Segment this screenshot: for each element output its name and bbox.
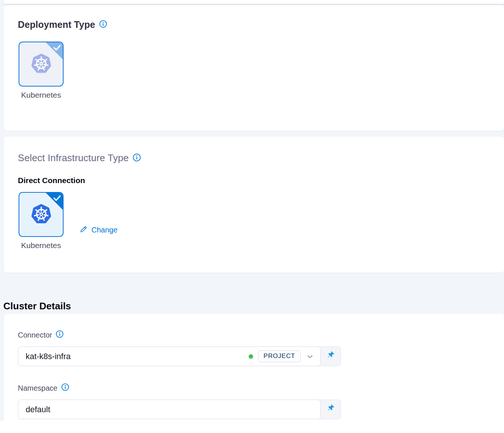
pencil-icon (79, 225, 88, 235)
infrastructure-title: Select Infrastructure Type (18, 152, 129, 164)
chevron-down-icon[interactable] (306, 352, 314, 361)
namespace-label: Namespace (18, 384, 58, 393)
kubernetes-tile[interactable] (19, 42, 64, 87)
scope-badge: PROJECT (258, 350, 301, 362)
namespace-label-row: Namespace (18, 383, 341, 393)
info-icon[interactable] (56, 330, 64, 340)
infrastructure-header: Select Infrastructure Type (18, 152, 504, 164)
bottom-bar (0, 421, 504, 433)
connector-value: kat-k8s-infra (26, 352, 249, 361)
info-icon[interactable] (133, 153, 141, 163)
deployment-type-title: Deployment Type (18, 19, 95, 30)
connector-label: Connector (18, 331, 52, 339)
direct-connection-label: Direct Connection (18, 176, 504, 185)
connector-field-group: Connector kat-k8s-infra PROJECT (18, 330, 341, 366)
kubernetes-tile[interactable] (19, 192, 64, 237)
pin-icon (325, 351, 335, 362)
infrastructure-option: Kubernetes (18, 192, 64, 250)
check-icon (54, 195, 61, 202)
deployment-type-option: Kubernetes (18, 42, 64, 100)
info-icon[interactable] (61, 383, 69, 393)
tile-label: Kubernetes (21, 91, 61, 100)
connector-input[interactable]: kat-k8s-infra PROJECT (18, 346, 321, 366)
infrastructure-type-card: Select Infrastructure Type Direct Connec… (4, 137, 504, 273)
previous-card-edge (4, 0, 504, 4)
info-icon[interactable] (99, 20, 107, 29)
cluster-details-title: Cluster Details (3, 300, 71, 312)
cluster-details-card: Connector kat-k8s-infra PROJECT (4, 314, 504, 433)
tile-label: Kubernetes (21, 241, 61, 250)
change-label: Change (91, 226, 117, 234)
deployment-type-header: Deployment Type (18, 19, 504, 30)
namespace-input[interactable] (26, 405, 314, 414)
connector-label-row: Connector (18, 330, 341, 340)
namespace-input-wrap (18, 400, 321, 419)
check-icon (54, 45, 61, 52)
deployment-type-card: Deployment Type (4, 5, 504, 131)
pin-icon (325, 404, 335, 415)
change-button[interactable]: Change (79, 210, 117, 250)
connector-status-dot (249, 354, 253, 359)
namespace-field-group: Namespace (18, 383, 341, 419)
